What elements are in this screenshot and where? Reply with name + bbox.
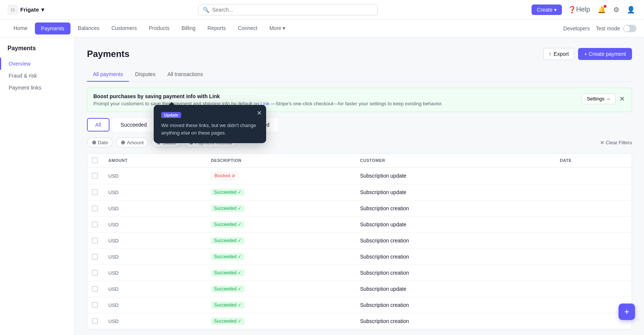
table-row[interactable]: USD Succeeded ✓ Subscription creation	[87, 249, 632, 265]
status-filter-all[interactable]: All	[87, 118, 109, 132]
main-content: Payments ↑ Export + Create payment All p…	[75, 37, 644, 335]
row-checkbox[interactable]	[92, 286, 98, 292]
nav-item-products[interactable]: Products	[143, 19, 175, 37]
status-badge: Succeeded ✓	[211, 286, 244, 292]
help-button[interactable]: ❓ Help	[566, 4, 592, 15]
settings-button[interactable]: ⚙	[612, 4, 621, 15]
table-row[interactable]: USD Succeeded ✓ Subscription update	[87, 217, 632, 233]
nav-item-connect[interactable]: Connect	[232, 19, 264, 37]
row-checkbox[interactable]	[92, 205, 98, 211]
currency-cell: USD	[108, 319, 118, 324]
notifications-button[interactable]: 🔔	[596, 4, 607, 15]
brand-name: Frigate	[20, 6, 39, 13]
brand[interactable]: □ Frigate ▾	[7, 4, 44, 15]
nav-item-reports[interactable]: Reports	[202, 19, 232, 37]
row-checkbox[interactable]	[92, 173, 98, 179]
row-checkbox[interactable]	[92, 318, 98, 324]
description-cell: Subscription creation	[360, 254, 409, 260]
help-icon: ❓	[568, 6, 576, 14]
tab-disputes[interactable]: Disputes	[129, 67, 161, 82]
export-button[interactable]: ↑ Export	[543, 48, 574, 60]
row-checkbox[interactable]	[92, 221, 98, 227]
table-row[interactable]: USD Succeeded ✓ Subscription creation	[87, 233, 632, 249]
clear-filters-button[interactable]: ✕ Clear Filters	[600, 140, 632, 145]
test-mode-toggle[interactable]: Test mode	[596, 25, 637, 32]
row-checkbox[interactable]	[92, 254, 98, 260]
nav-item-more[interactable]: More ▾	[264, 19, 292, 37]
row-checkbox[interactable]	[92, 270, 98, 276]
nav-item-home[interactable]: Home	[7, 19, 33, 37]
row-checkbox[interactable]	[92, 302, 98, 308]
nav-item-billing[interactable]: Billing	[175, 19, 201, 37]
table-row[interactable]: USD Succeeded ✓ Subscription creation	[87, 297, 632, 313]
filter-chip-amount[interactable]: ⊕ Amount	[116, 138, 148, 147]
brand-chevron-icon: ▾	[41, 6, 44, 13]
tooltip-close-button[interactable]: ✕	[257, 109, 262, 117]
filter-chip-date[interactable]: ⊕ Date	[87, 138, 113, 147]
page-header: Payments ↑ Export + Create payment	[87, 48, 632, 60]
search-input[interactable]	[212, 7, 373, 13]
description-cell: Subscription update	[360, 189, 406, 195]
currency-cell: USD	[108, 254, 118, 260]
col-date: DATE	[554, 154, 632, 168]
banner-close-button[interactable]: ✕	[619, 94, 626, 104]
nav-item-customers[interactable]: Customers	[105, 19, 143, 37]
sidebar-item-payment-links[interactable]: Payment links	[0, 82, 75, 94]
tabs: All payments Disputes All transactions	[87, 67, 632, 82]
top-nav: □ Frigate ▾ 🔍 Create ▾ ❓ Help 🔔 ⚙ 👤	[0, 0, 644, 19]
status-badge: Succeeded ✓	[211, 318, 244, 325]
select-all-checkbox[interactable]	[92, 157, 98, 163]
table-row[interactable]: USD Blocked ⊘ Subscription update	[87, 168, 632, 184]
status-filter-succeeded[interactable]: Succeeded	[112, 118, 155, 132]
top-nav-left: □ Frigate ▾	[7, 4, 44, 15]
currency-cell: USD	[108, 173, 118, 179]
create-payment-button[interactable]: + Create payment	[578, 48, 632, 60]
status-badge: Succeeded ✓	[211, 189, 244, 196]
search-bar[interactable]: 🔍	[198, 4, 378, 15]
tab-all-payments[interactable]: All payments	[87, 67, 129, 82]
nav-items: Home Payments Balances Customers Product…	[7, 19, 291, 37]
status-badge: Succeeded ✓	[211, 237, 244, 244]
nav-item-balances[interactable]: Balances	[72, 19, 106, 37]
tooltip-badge: Update	[161, 112, 181, 118]
search-icon: 🔍	[203, 7, 209, 13]
description-cell: Subscription creation	[360, 270, 409, 276]
plus-icon: ⊕	[92, 139, 96, 145]
secondary-nav: Home Payments Balances Customers Product…	[0, 19, 644, 37]
payments-table-container: AMOUNT DESCRIPTION CUSTOMER DATE USD Blo…	[87, 153, 632, 329]
developers-link[interactable]: Developers	[563, 25, 590, 31]
row-checkbox[interactable]	[92, 189, 98, 195]
banner-settings-button[interactable]: Settings →	[582, 93, 616, 104]
col-amount: AMOUNT	[102, 154, 205, 168]
tab-all-transactions[interactable]: All transactions	[162, 67, 209, 82]
table-row[interactable]: USD Succeeded ✓ Subscription update	[87, 184, 632, 200]
currency-cell: USD	[108, 302, 118, 308]
create-chevron-icon: ▾	[554, 7, 557, 13]
profile-button[interactable]: 👤	[625, 4, 637, 15]
banner-actions: Settings → ✕	[582, 93, 626, 104]
tooltip-popup: ✕ Update We moved these links, but we di…	[154, 105, 266, 143]
table-body: USD Blocked ⊘ Subscription update USD Su…	[87, 168, 632, 329]
nav-item-payments[interactable]: Payments	[35, 22, 70, 34]
table-row[interactable]: USD Succeeded ✓ Subscription creation	[87, 265, 632, 281]
description-cell: Subscription creation	[360, 238, 409, 244]
tooltip-text: We moved these links, but we didn't chan…	[161, 122, 259, 136]
top-nav-right: Create ▾ ❓ Help 🔔 ⚙ 👤	[532, 4, 637, 15]
toggle-switch[interactable]	[623, 25, 637, 32]
table-row[interactable]: USD Succeeded ✓ Subscription creation	[87, 200, 632, 217]
sidebar-title: Payments	[0, 45, 75, 58]
sidebar-item-fraud[interactable]: Fraud & risk	[0, 70, 75, 82]
sidebar: Payments Overview Fraud & risk Payment l…	[0, 37, 75, 335]
table-row[interactable]: USD Succeeded ✓ Subscription creation	[87, 313, 632, 329]
toggle-knob	[624, 25, 630, 31]
fab-button[interactable]: +	[619, 304, 635, 320]
header-actions: ↑ Export + Create payment	[543, 48, 632, 60]
col-description: DESCRIPTION	[205, 154, 354, 168]
sidebar-item-overview[interactable]: Overview	[0, 58, 75, 70]
currency-cell: USD	[108, 270, 118, 276]
table-row[interactable]: USD Succeeded ✓ Subscription update	[87, 281, 632, 297]
row-checkbox[interactable]	[92, 238, 98, 244]
banner-content: Boost purchases by saving payment info w…	[93, 93, 582, 106]
create-button[interactable]: Create ▾	[532, 4, 562, 15]
brand-logo: □	[7, 4, 18, 15]
